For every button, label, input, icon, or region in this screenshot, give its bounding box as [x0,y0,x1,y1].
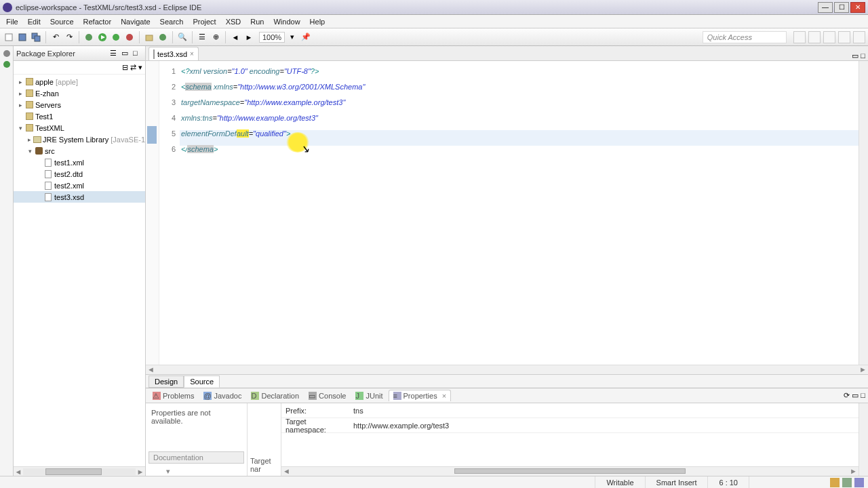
properties-vscroll[interactable] [859,403,868,476]
console-tab[interactable]: ▭Console [304,390,350,401]
tree-item-test3xsd[interactable]: test3.xsd [14,191,145,203]
svg-rect-9 [146,35,153,41]
project-tree[interactable]: ▸apple [apple] ▸E-zhan ▸Servers Test1 ▾T… [14,75,145,466]
documentation-tab[interactable]: Documentation [149,451,244,464]
tree-item-src[interactable]: ▾src [14,145,145,157]
editor-tab-close-icon[interactable]: × [190,50,194,58]
zoom-level[interactable]: 100% [259,32,285,43]
undo-icon[interactable]: ↶ [50,31,62,43]
view-minimize-icon[interactable]: ▭ [121,49,131,58]
design-tab[interactable]: Design [149,375,184,388]
tree-item-test2xml[interactable]: test2.xml [14,180,145,191]
properties-tab[interactable]: ≡Properties× [389,390,452,401]
perspective-xml-icon[interactable] [838,31,850,43]
main-toolbar: ↶ ↷ 🔍 ☰ ⊕ ◄ ► 100% ▾ 📌 Quick Access [0,28,868,46]
menu-xsd[interactable]: XSD [221,16,246,27]
open-type-icon[interactable]: ⊕ [210,31,222,43]
editor-vscroll[interactable] [859,61,868,365]
properties-tab-close-icon[interactable]: × [442,392,446,400]
save-icon[interactable] [16,31,28,43]
zoom-dropdown-icon[interactable]: ▾ [286,31,298,43]
code-content[interactable]: <?xml version="1.0" encoding="UTF-8"?> <… [180,61,859,365]
hscroll-thumb[interactable] [45,468,102,475]
properties-hscroll[interactable]: ◄ ► [281,466,859,476]
tree-item-test1[interactable]: Test1 [14,110,145,122]
tray-icon-1[interactable] [830,478,840,487]
perspective-java-icon[interactable] [793,31,806,43]
menu-run[interactable]: Run [245,16,269,27]
view-menu-icon[interactable]: ☰ [110,49,119,58]
run-icon[interactable] [96,31,108,43]
menu-help[interactable]: Help [305,16,330,27]
redo-icon[interactable]: ↷ [63,31,75,43]
junit-tab[interactable]: JJUnit [351,390,387,401]
link-editor-icon[interactable]: ⇄ [130,63,136,72]
status-writable: Writable [595,476,644,488]
minimized-view-icon-2[interactable] [3,61,10,68]
properties-panel: Prefix: tns Target namespace: http://www… [281,403,859,476]
editor-tab-label: test3.xsd [157,50,187,58]
tree-item-jre[interactable]: ▸JRE System Library [JavaSE-1 [14,134,145,145]
new-icon[interactable] [3,31,15,43]
tree-item-test1xml[interactable]: test1.xml [14,157,145,168]
minimize-button[interactable]: — [818,2,833,13]
target-namespace-value[interactable]: http://www.example.org/test3 [349,422,859,430]
pin-icon[interactable]: 📌 [300,31,312,43]
close-button[interactable]: ✕ [850,2,865,13]
perspective-resource-icon[interactable] [823,31,835,43]
editor-minimize-icon[interactable]: ▭ [852,52,859,60]
maximize-button[interactable]: ☐ [834,2,849,13]
editor-tab-test3xsd[interactable]: test3.xsd × [149,47,199,60]
problems-tab[interactable]: ⚠Problems [149,390,198,401]
hscroll-left-icon[interactable]: ◄ [147,365,155,373]
tree-item-ezhan[interactable]: ▸E-zhan [14,87,145,99]
javadoc-tab[interactable]: @Javadoc [199,390,245,401]
tree-item-servers[interactable]: ▸Servers [14,99,145,110]
collapse-all-icon[interactable]: ⊟ [122,63,128,72]
editor-maximize-icon[interactable]: □ [861,52,865,60]
view-restore-icon[interactable]: ⟳ [844,391,850,400]
hscroll-left-icon[interactable]: ◄ [14,468,23,476]
bottom-views: ⚠Problems @Javadoc DDeclaration ▭Console… [146,388,868,476]
chevron-down-icon[interactable]: ▾ [166,467,170,476]
xml-source-editor[interactable]: 123456 <?xml version="1.0" encoding="UTF… [146,61,868,365]
toggle-icon[interactable]: ☰ [196,31,208,43]
tray-icon-2[interactable] [842,478,852,487]
hscroll-right-icon[interactable]: ► [859,365,867,373]
declaration-tab[interactable]: DDeclaration [247,390,303,401]
tree-item-test2dtd[interactable]: test2.dtd [14,168,145,180]
menu-source[interactable]: Source [45,16,79,27]
menu-search[interactable]: Search [155,16,189,27]
perspective-debug-icon[interactable] [808,31,821,43]
tree-item-apple[interactable]: ▸apple [apple] [14,76,145,87]
view-dropdown-icon[interactable]: ▾ [138,63,142,72]
menu-refactor[interactable]: Refactor [79,16,117,27]
run-last-icon[interactable] [110,31,122,43]
tree-item-testxml[interactable]: ▾TestXML [14,122,145,134]
view-min-icon[interactable]: ▭ [852,391,859,400]
menu-file[interactable]: File [1,16,23,27]
debug-icon[interactable] [83,31,95,43]
view-max-icon[interactable]: □ [861,391,865,400]
minimized-view-icon[interactable] [3,50,10,57]
menu-project[interactable]: Project [188,16,220,27]
menu-navigate[interactable]: Navigate [116,16,155,27]
search-icon[interactable]: 🔍 [176,31,189,43]
menu-edit[interactable]: Edit [23,16,45,27]
source-tab[interactable]: Source [184,375,220,388]
editor-hscroll[interactable]: ◄ ► [146,365,868,374]
forward-icon[interactable]: ► [243,31,255,43]
menu-window[interactable]: Window [269,16,304,27]
save-all-icon[interactable] [30,31,42,43]
tray-icon-3[interactable] [854,478,864,487]
new-package-icon[interactable] [143,31,155,43]
quick-access-input[interactable]: Quick Access [703,31,787,43]
external-tools-icon[interactable] [123,31,136,43]
hscroll-right-icon[interactable]: ► [136,468,145,476]
view-maximize-icon[interactable]: □ [133,49,142,58]
window-title: eclipse-workspace - TestXML/src/test3.xs… [16,3,818,12]
new-class-icon[interactable] [157,31,169,43]
prefix-value[interactable]: tns [349,407,859,415]
back-icon[interactable]: ◄ [229,31,241,43]
perspective-other-icon[interactable] [853,31,865,43]
